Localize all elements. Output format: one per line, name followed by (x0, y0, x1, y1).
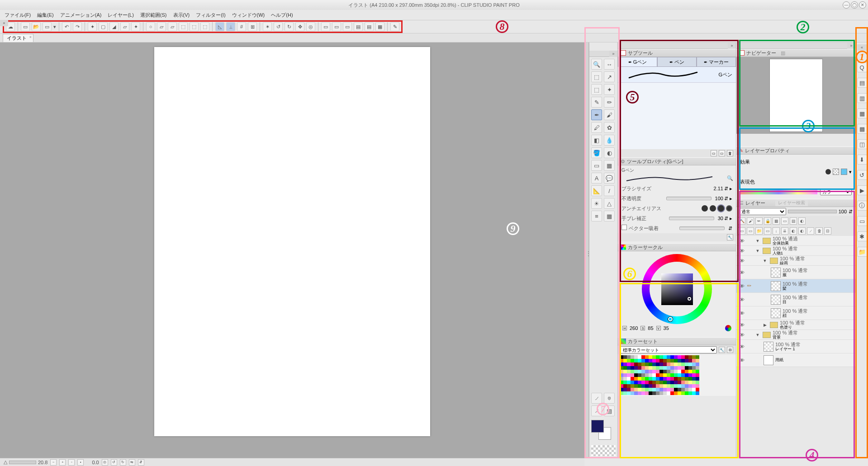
rotate-reset-icon[interactable]: ◎ (102, 459, 108, 466)
record-icon[interactable]: ✎ (390, 22, 399, 31)
select-all-icon[interactable]: ○ (146, 22, 155, 31)
ruler-tool-icon[interactable]: 📐 (591, 185, 602, 196)
frame-tool-icon[interactable]: ▦ (604, 160, 615, 171)
move-tool-icon[interactable]: ↔ (604, 59, 615, 70)
layer-row[interactable]: 👁▼100 % 通常線画 (736, 256, 855, 266)
layer-row[interactable]: 👁▼100 % 通常人物1 (736, 246, 855, 256)
visibility-icon[interactable]: 👁 (736, 270, 747, 275)
fill-tool-icon[interactable]: 🪣 (591, 147, 602, 158)
canvas-area[interactable]: 9 (0, 42, 584, 458)
lt-lock-icon[interactable]: 🔒 (764, 217, 771, 225)
lt-ref-icon[interactable]: ▭ (781, 217, 788, 225)
material-dl-icon[interactable]: ⬇ (857, 155, 867, 165)
search-close-icon[interactable]: ✱ (857, 231, 867, 241)
visibility-icon[interactable]: 👁 (736, 311, 747, 316)
decoration-tool-icon[interactable]: ✿ (604, 122, 615, 133)
auto-action-icon[interactable]: ▶ (857, 185, 867, 195)
shrink-icon[interactable]: ⬚ (190, 22, 199, 31)
visibility-icon[interactable]: 👁 (736, 238, 747, 244)
figure-tool-icon[interactable]: ▭ (591, 160, 602, 171)
auto-select-tool-icon[interactable]: ✦ (604, 84, 615, 95)
delete-layer-icon[interactable]: 🗑 (816, 227, 823, 235)
color-set-menu-icon[interactable]: ⊟ (727, 347, 733, 353)
menu-file[interactable]: ファイル(F) (5, 12, 31, 19)
menu-animation[interactable]: アニメーション(A) (60, 12, 102, 19)
new-vector-icon[interactable]: ▭ (747, 227, 754, 235)
menu-filter[interactable]: フィルター(I) (196, 12, 225, 19)
tool-property-detail-icon[interactable]: 🔧 (727, 234, 733, 240)
material-color-icon[interactable]: ▥ (857, 93, 867, 103)
redo-icon[interactable]: ↷ (73, 22, 82, 31)
minimize-icon[interactable]: — (843, 1, 850, 9)
cut-icon[interactable]: ▱ (120, 22, 129, 31)
visibility-icon[interactable]: 👁 (736, 332, 747, 338)
layer-row[interactable]: 👁▼100 % 通常背景 (736, 330, 855, 340)
collapse-icon[interactable]: « (857, 44, 867, 51)
tone-effect-icon[interactable] (833, 169, 839, 175)
menu-window[interactable]: ウィンドウ(W) (232, 12, 265, 19)
material-3d-icon[interactable]: ◫ (857, 139, 867, 149)
fold-toggle-icon[interactable]: ▼ (754, 249, 761, 253)
menu-layer[interactable]: レイヤー(L) (108, 12, 133, 19)
fold-toggle-icon[interactable]: ▼ (754, 239, 761, 243)
invert-icon[interactable]: ▱ (168, 22, 177, 31)
layer-list[interactable]: 👁▼100 % 通過全体効果👁▼100 % 通常人物1👁▼100 % 通常線画👁… (736, 236, 855, 367)
deselect-icon[interactable]: ▱ (157, 22, 166, 31)
new-layer-icon[interactable]: ▭ (321, 22, 330, 31)
visibility-icon[interactable]: 👁 (736, 297, 747, 302)
sv-box[interactable] (661, 273, 693, 305)
lt-pencil-icon[interactable]: ✏ (755, 217, 763, 225)
frame-icon[interactable]: ▭ (332, 22, 341, 31)
menu-selection[interactable]: 選択範囲(S) (140, 12, 167, 19)
tab-close-icon[interactable]: × (29, 35, 32, 39)
layer-row[interactable]: 👁▶100 % 通常色塗り (736, 320, 855, 330)
tool-property-header[interactable]: ⚙ツールプロパティ[Gペン] (618, 157, 736, 165)
layer-row[interactable]: 👁100 % 通常服 (736, 266, 855, 279)
transfer-icon[interactable]: ↓ (773, 227, 780, 235)
gradient-tool-icon[interactable]: ◐ (604, 147, 615, 158)
expand-icon[interactable]: ⬚ (200, 22, 209, 31)
close-icon[interactable]: ✕ (859, 1, 866, 9)
ruler-attach-icon[interactable]: ⟋ (807, 227, 814, 235)
undo-icon[interactable]: ↶ (62, 22, 71, 31)
foreground-color[interactable] (591, 420, 604, 433)
fill-icon[interactable]: ◢ (109, 22, 119, 31)
dot-tool-icon[interactable]: ៙ (604, 393, 615, 404)
subtool-tab-marker[interactable]: ✒ マーカー (697, 57, 736, 67)
airbrush-tool-icon[interactable]: 🖊 (591, 122, 602, 133)
pen-tool-icon[interactable]: ✒ (591, 109, 602, 120)
line-width-tool-icon[interactable]: ⟋ (591, 393, 602, 404)
border-effect-icon[interactable] (825, 169, 831, 174)
lt-draft-icon[interactable]: ▤ (790, 217, 797, 225)
subtool-header[interactable]: サブツール (618, 49, 736, 57)
rotate-l-icon[interactable]: ↺ (111, 459, 117, 466)
visibility-icon[interactable]: 👁 (736, 344, 747, 349)
lt-mask-icon[interactable]: ◐ (798, 217, 806, 225)
maximize-icon[interactable]: ◯ (851, 1, 858, 9)
angle-value[interactable]: 0.0 (92, 460, 99, 465)
move-layer-tool-icon[interactable]: ↗ (604, 71, 615, 82)
brush-tool-icon[interactable]: 🖌 (604, 109, 615, 120)
dust-tool-icon[interactable]: ▦ (604, 211, 615, 221)
flip-v-icon[interactable]: ⇵ (138, 459, 144, 466)
lt-hammer-icon[interactable]: 🔨 (738, 217, 745, 225)
stream-line-tool-icon[interactable]: △ (604, 198, 615, 209)
apply-mask-icon[interactable]: ◐ (798, 227, 806, 235)
rotate-right-icon[interactable]: ↻ (285, 22, 294, 31)
line-tool-icon[interactable]: / (604, 185, 615, 196)
collapse-icon[interactable]: » (609, 51, 617, 57)
collapse-icon[interactable]: » (728, 42, 736, 49)
color-set-wrench-icon[interactable]: 🔧 (719, 347, 725, 353)
ruler-icon[interactable]: ◺ (215, 22, 224, 31)
navigator-panel[interactable] (736, 57, 855, 134)
zoom-out-icon[interactable]: − (50, 459, 57, 466)
new-icon[interactable]: ▭ (21, 22, 30, 31)
fold-toggle-icon[interactable]: ▼ (762, 259, 768, 263)
screentone-icon[interactable]: ▦ (375, 22, 384, 31)
rotate-r-icon[interactable]: ↻ (120, 459, 126, 466)
layer-search-tab[interactable]: レイヤー検索 (775, 200, 808, 206)
new-frame-icon[interactable]: ▭ (764, 227, 771, 235)
new-folder-icon[interactable]: 📁 (755, 227, 763, 235)
material-mono-icon[interactable]: ▦ (857, 108, 867, 118)
balloon-tool-icon[interactable]: 💬 (604, 173, 615, 184)
